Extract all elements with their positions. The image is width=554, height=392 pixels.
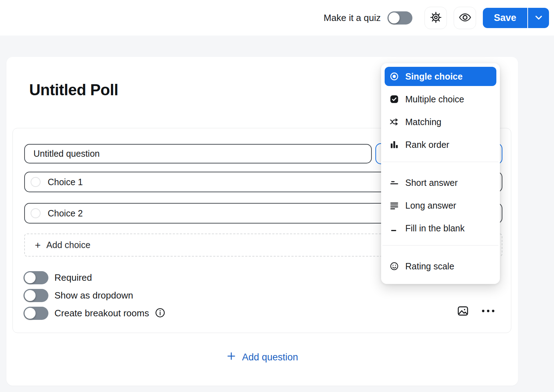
menu-item-rank-order[interactable]: Rank order xyxy=(385,135,496,154)
smiley-icon xyxy=(390,262,399,271)
plus-icon xyxy=(226,351,236,364)
toggle-knob xyxy=(25,308,36,319)
choice-text: Choice 1 xyxy=(48,177,83,187)
info-icon xyxy=(155,307,165,319)
menu-item-matching[interactable]: Matching xyxy=(385,112,496,131)
settings-button[interactable] xyxy=(424,7,447,29)
show-as-dropdown-label: Show as dropdown xyxy=(54,290,133,301)
topbar: Make it a quiz xyxy=(0,0,554,36)
make-it-a-quiz-label: Make it a quiz xyxy=(324,12,381,23)
plus-icon: + xyxy=(35,240,41,250)
long-answer-icon xyxy=(390,201,399,210)
required-toggle[interactable] xyxy=(23,271,48,284)
add-choice-label: Add choice xyxy=(46,240,90,250)
required-row: Required xyxy=(23,271,92,284)
preview-button[interactable] xyxy=(454,7,476,29)
menu-item-label: Rating scale xyxy=(405,261,454,272)
shuffle-icon xyxy=(390,117,399,127)
poll-editor: Make it a quiz xyxy=(0,0,554,392)
menu-divider xyxy=(382,162,498,162)
create-breakout-rooms-row: Create breakout rooms xyxy=(23,307,165,320)
image-icon xyxy=(457,305,469,318)
poll-title: Untitled Poll xyxy=(29,81,118,99)
menu-item-label: Fill in the blank xyxy=(405,223,465,233)
toggle-knob xyxy=(25,290,36,301)
menu-item-fill-in-the-blank[interactable]: Fill in the blank xyxy=(385,219,496,238)
show-as-dropdown-toggle[interactable] xyxy=(23,289,48,302)
choice-text: Choice 2 xyxy=(48,208,83,219)
show-as-dropdown-row: Show as dropdown xyxy=(23,289,133,302)
settings-icon xyxy=(429,11,442,25)
question-type-menu: Single choice Multiple choice Matchi xyxy=(381,63,500,284)
save-options-button[interactable] xyxy=(528,8,549,28)
add-question-label: Add question xyxy=(242,352,298,363)
save-button[interactable]: Save xyxy=(483,8,527,28)
menu-item-rating-scale[interactable]: Rating scale xyxy=(385,257,496,276)
add-image-button[interactable] xyxy=(457,305,469,318)
question-more-options-button[interactable] xyxy=(480,306,497,316)
radio-circle-icon[interactable] xyxy=(31,208,41,218)
menu-item-label: Single choice xyxy=(405,71,463,82)
menu-item-label: Long answer xyxy=(405,200,456,211)
menu-item-label: Multiple choice xyxy=(405,94,464,104)
checkbox-icon xyxy=(390,95,399,104)
radio-circle-icon[interactable] xyxy=(31,177,41,187)
short-answer-icon xyxy=(390,178,399,187)
add-question-button[interactable]: Add question xyxy=(6,348,518,366)
menu-item-long-answer[interactable]: Long answer xyxy=(385,196,496,215)
chevron-down-icon xyxy=(533,12,544,24)
menu-item-single-choice[interactable]: Single choice xyxy=(385,67,496,86)
radio-icon xyxy=(390,72,399,81)
save-split-button: Save xyxy=(483,8,549,28)
menu-item-label: Short answer xyxy=(405,178,458,188)
menu-item-multiple-choice[interactable]: Multiple choice xyxy=(385,90,496,109)
breakout-rooms-info-button[interactable] xyxy=(155,308,165,319)
create-breakout-rooms-toggle[interactable] xyxy=(23,307,48,320)
required-label: Required xyxy=(54,272,92,283)
make-it-a-quiz-toggle[interactable] xyxy=(387,11,412,25)
question-title-input[interactable] xyxy=(24,144,372,163)
toggle-knob xyxy=(25,272,36,283)
menu-item-label: Rank order xyxy=(405,140,449,150)
menu-divider xyxy=(382,245,498,246)
bar-chart-icon xyxy=(390,140,399,149)
toggle-knob xyxy=(389,12,400,23)
menu-item-short-answer[interactable]: Short answer xyxy=(385,173,496,192)
eye-icon xyxy=(458,11,472,25)
menu-item-label: Matching xyxy=(405,117,441,127)
ellipsis-icon xyxy=(480,307,496,316)
create-breakout-rooms-label: Create breakout rooms xyxy=(54,308,149,319)
fill-in-the-blank-icon xyxy=(390,224,399,233)
